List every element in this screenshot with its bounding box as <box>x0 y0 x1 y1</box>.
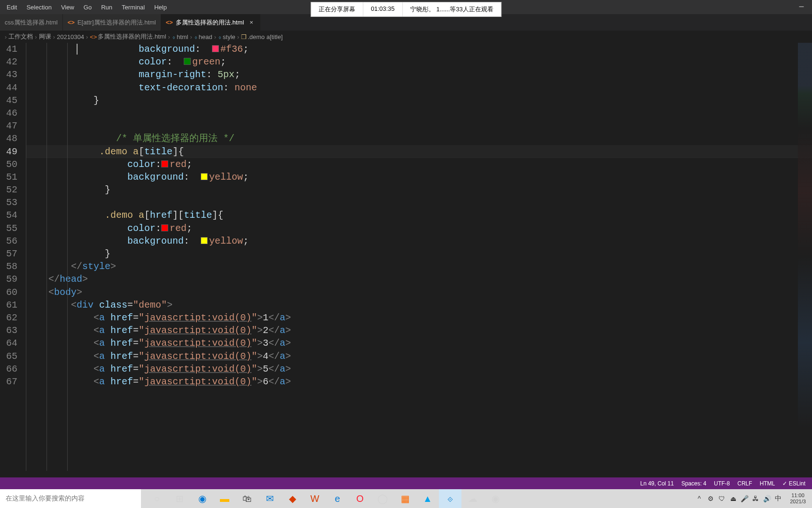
chevron-right-icon: › <box>5 33 7 40</box>
status-language[interactable]: HTML <box>756 480 779 487</box>
color-swatch[interactable] <box>212 45 219 52</box>
office-icon[interactable]: ◆ <box>281 489 304 508</box>
html-icon: <> <box>90 33 97 40</box>
app-icon[interactable]: ▲ <box>416 489 439 508</box>
menu-help[interactable]: Help <box>149 4 172 11</box>
screen-share-bar[interactable]: 正在分享屏幕 01:03:35 宁晓彤。 1......等33人正在观看 <box>311 2 501 17</box>
breadcrumb-item[interactable]: 多属性选择器的用法.html <box>98 32 166 41</box>
menu-edit[interactable]: Edit <box>2 4 22 11</box>
status-encoding[interactable]: UTF-8 <box>710 480 734 487</box>
status-eol[interactable]: CRLF <box>734 480 756 487</box>
status-spaces[interactable]: Spaces: 4 <box>678 480 710 487</box>
color-swatch[interactable] <box>184 58 191 65</box>
chevron-right-icon: › <box>86 33 88 40</box>
tab-label: 多属性选择器的用法.html <box>176 18 244 27</box>
breadcrumb-item[interactable]: .demo a[title] <box>248 33 282 40</box>
menu-go[interactable]: Go <box>79 4 96 11</box>
color-swatch[interactable] <box>201 173 208 180</box>
line-gutter: 4142434445464748495051525354555657585960… <box>0 43 26 471</box>
text-cursor <box>77 44 78 55</box>
chrome-icon[interactable]: ◯ <box>371 489 394 508</box>
breadcrumb-item[interactable]: html <box>177 33 188 40</box>
tab-label: E[attr]属性选择器的用法.html <box>78 18 156 27</box>
ime-indicator[interactable]: 中 <box>773 494 784 503</box>
breadcrumb-item[interactable]: 工作文档 <box>8 32 33 41</box>
code-area[interactable]: background: #f36; color: green; margin-r… <box>26 43 812 471</box>
cortana-icon[interactable]: ○ <box>146 489 168 508</box>
app-icon[interactable]: ◉ <box>484 489 507 508</box>
minimap[interactable] <box>798 43 812 471</box>
tab-label: css属性选择器.html <box>5 18 58 27</box>
tab-1[interactable]: css属性选择器.html <box>0 14 63 31</box>
color-swatch[interactable] <box>161 224 168 231</box>
code-editor[interactable]: 4142434445464748495051525354555657585960… <box>0 43 812 471</box>
status-eslint[interactable]: ✓ ESLint <box>779 480 809 487</box>
browser-icon[interactable]: e <box>326 489 349 508</box>
breadcrumb[interactable]: › 工作文档 › 网课 › 20210304 › <> 多属性选择器的用法.ht… <box>0 31 812 43</box>
tab-2[interactable]: <> E[attr]属性选择器的用法.html <box>63 14 161 31</box>
breadcrumb-item[interactable]: head <box>199 33 212 40</box>
element-icon: ⬨ <box>172 33 176 40</box>
share-timer: 01:03:35 <box>363 2 403 16</box>
status-line-col[interactable]: Ln 49, Col 11 <box>637 480 678 487</box>
tray-icon[interactable]: ⚙ <box>705 495 716 502</box>
close-icon[interactable]: × <box>248 19 255 26</box>
windows-search-input[interactable]: 在这里输入你要搜索的内容 <box>0 489 141 508</box>
usb-icon[interactable]: ⏏ <box>727 495 739 502</box>
app-icon[interactable]: ☁ <box>461 489 484 508</box>
menu-selection[interactable]: Selection <box>22 4 56 11</box>
chevron-up-icon[interactable]: ^ <box>694 495 705 502</box>
breadcrumb-item[interactable]: 20210304 <box>57 33 84 40</box>
menu-terminal[interactable]: Terminal <box>117 4 149 11</box>
chevron-right-icon: › <box>168 33 170 40</box>
html-icon: <> <box>68 19 75 26</box>
wps-icon[interactable]: W <box>304 489 326 508</box>
status-bar: Ln 49, Col 11 Spaces: 4 UTF-8 CRLF HTML … <box>0 477 812 489</box>
color-swatch[interactable] <box>161 160 168 167</box>
chevron-right-icon: › <box>214 33 216 40</box>
chevron-right-icon: › <box>53 33 55 40</box>
tab-3[interactable]: <> 多属性选择器的用法.html × <box>161 14 260 31</box>
chevron-right-icon: › <box>190 33 192 40</box>
tray-icon[interactable]: 🛡 <box>716 495 727 502</box>
chevron-right-icon: › <box>35 33 37 40</box>
task-view-icon[interactable]: ⊞ <box>168 489 191 508</box>
mic-icon[interactable]: 🎤 <box>739 495 750 502</box>
store-icon[interactable]: 🛍 <box>236 489 258 508</box>
system-tray: ^ ⚙ 🛡 ⏏ 🎤 🖧 🔊 中 11:00 2021/3 <box>694 492 812 505</box>
breadcrumb-item[interactable]: 网课 <box>39 32 51 41</box>
chevron-right-icon: › <box>237 33 239 40</box>
opera-icon[interactable]: O <box>349 489 371 508</box>
explorer-icon[interactable]: ▬ <box>213 489 236 508</box>
menu-view[interactable]: View <box>56 4 79 11</box>
edge-icon[interactable]: ◉ <box>191 489 213 508</box>
share-status: 正在分享屏幕 <box>311 2 363 16</box>
volume-icon[interactable]: 🔊 <box>761 495 773 502</box>
share-viewers: 宁晓彤。 1......等33人正在观看 <box>403 2 501 16</box>
color-swatch[interactable] <box>201 237 208 244</box>
windows-taskbar: 在这里输入你要搜索的内容 ○ ⊞ ◉ ▬ 🛍 ✉ ◆ W e O ◯ ▦ ▲ ⟐… <box>0 489 812 508</box>
mail-icon[interactable]: ✉ <box>258 489 281 508</box>
selector-icon: ❒ <box>241 33 247 40</box>
network-icon[interactable]: 🖧 <box>750 495 761 502</box>
window-controls: ─ <box>791 0 812 14</box>
element-icon: ⬨ <box>194 33 198 40</box>
taskbar-clock[interactable]: 11:00 2021/3 <box>784 492 812 505</box>
app-icon[interactable]: ▦ <box>394 489 416 508</box>
minimize-button[interactable]: ─ <box>791 0 812 14</box>
breadcrumb-item[interactable]: style <box>223 33 235 40</box>
element-icon: ⬨ <box>218 33 222 40</box>
html-icon: <> <box>166 19 173 26</box>
menu-run[interactable]: Run <box>96 4 117 11</box>
vscode-icon[interactable]: ⟐ <box>439 489 461 508</box>
